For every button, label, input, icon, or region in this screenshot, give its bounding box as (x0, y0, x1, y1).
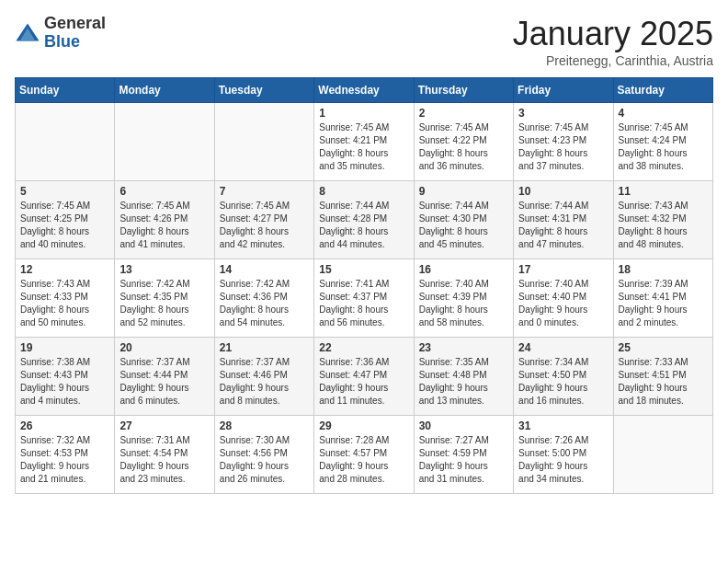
day-info: Sunrise: 7:39 AM Sunset: 4:41 PM Dayligh… (619, 278, 708, 329)
calendar-cell (16, 103, 115, 181)
calendar-cell: 13Sunrise: 7:42 AM Sunset: 4:35 PM Dayli… (115, 259, 214, 338)
day-number: 30 (419, 419, 508, 432)
weekday-header-saturday: Saturday (613, 78, 712, 103)
day-number: 21 (220, 341, 309, 354)
day-info: Sunrise: 7:45 AM Sunset: 4:22 PM Dayligh… (419, 121, 508, 173)
calendar-cell: 1Sunrise: 7:45 AM Sunset: 4:21 PM Daylig… (314, 103, 414, 181)
calendar-header: SundayMondayTuesdayWednesdayThursdayFrid… (16, 78, 713, 103)
logo-general-text: General (44, 15, 106, 33)
weekday-header-wednesday: Wednesday (314, 78, 414, 103)
day-number: 12 (20, 263, 109, 276)
calendar-cell: 10Sunrise: 7:44 AM Sunset: 4:31 PM Dayli… (514, 181, 613, 259)
day-number: 2 (419, 107, 508, 120)
day-number: 18 (619, 263, 708, 276)
calendar-cell: 11Sunrise: 7:43 AM Sunset: 4:32 PM Dayli… (613, 181, 712, 259)
day-info: Sunrise: 7:45 AM Sunset: 4:27 PM Dayligh… (220, 200, 309, 251)
day-info: Sunrise: 7:43 AM Sunset: 4:32 PM Dayligh… (619, 200, 708, 251)
day-info: Sunrise: 7:31 AM Sunset: 4:54 PM Dayligh… (119, 434, 209, 486)
calendar-cell: 12Sunrise: 7:43 AM Sunset: 4:33 PM Dayli… (16, 259, 115, 338)
calendar-cell: 21Sunrise: 7:37 AM Sunset: 4:46 PM Dayli… (214, 338, 313, 416)
weekday-header-sunday: Sunday (16, 78, 115, 103)
day-number: 25 (619, 341, 708, 354)
weekday-header-thursday: Thursday (414, 78, 513, 103)
day-number: 22 (319, 341, 408, 354)
day-info: Sunrise: 7:27 AM Sunset: 4:59 PM Dayligh… (419, 434, 508, 486)
day-number: 14 (220, 263, 309, 276)
day-info: Sunrise: 7:44 AM Sunset: 4:30 PM Dayligh… (419, 200, 508, 251)
day-info: Sunrise: 7:42 AM Sunset: 4:36 PM Dayligh… (220, 278, 309, 329)
day-info: Sunrise: 7:45 AM Sunset: 4:21 PM Dayligh… (319, 121, 408, 173)
calendar-week-4: 19Sunrise: 7:38 AM Sunset: 4:43 PM Dayli… (16, 338, 713, 416)
calendar-cell: 16Sunrise: 7:40 AM Sunset: 4:39 PM Dayli… (414, 259, 513, 338)
weekday-header-tuesday: Tuesday (214, 78, 313, 103)
day-info: Sunrise: 7:28 AM Sunset: 4:57 PM Dayligh… (319, 434, 408, 486)
calendar-cell: 31Sunrise: 7:26 AM Sunset: 5:00 PM Dayli… (514, 416, 613, 494)
day-number: 27 (119, 419, 209, 432)
day-info: Sunrise: 7:40 AM Sunset: 4:39 PM Dayligh… (419, 278, 508, 329)
weekday-header-friday: Friday (514, 78, 613, 103)
calendar-cell: 9Sunrise: 7:44 AM Sunset: 4:30 PM Daylig… (414, 181, 513, 259)
weekday-header-row: SundayMondayTuesdayWednesdayThursdayFrid… (16, 78, 713, 103)
logo-blue-text: Blue (44, 33, 106, 52)
day-number: 24 (518, 341, 608, 354)
day-info: Sunrise: 7:36 AM Sunset: 4:47 PM Dayligh… (319, 356, 408, 408)
day-number: 26 (20, 419, 109, 432)
calendar-cell (613, 416, 712, 494)
day-number: 15 (319, 263, 408, 276)
day-number: 11 (619, 185, 708, 198)
calendar-cell: 3Sunrise: 7:45 AM Sunset: 4:23 PM Daylig… (514, 103, 613, 181)
day-info: Sunrise: 7:43 AM Sunset: 4:33 PM Dayligh… (20, 278, 109, 329)
day-info: Sunrise: 7:32 AM Sunset: 4:53 PM Dayligh… (20, 434, 109, 486)
calendar-title: January 2025 (513, 15, 713, 53)
calendar-cell: 17Sunrise: 7:40 AM Sunset: 4:40 PM Dayli… (514, 259, 613, 338)
day-info: Sunrise: 7:42 AM Sunset: 4:35 PM Dayligh… (119, 278, 209, 329)
calendar-cell (214, 103, 313, 181)
calendar-cell: 7Sunrise: 7:45 AM Sunset: 4:27 PM Daylig… (214, 181, 313, 259)
day-info: Sunrise: 7:37 AM Sunset: 4:44 PM Dayligh… (119, 356, 209, 408)
calendar-cell: 24Sunrise: 7:34 AM Sunset: 4:50 PM Dayli… (514, 338, 613, 416)
calendar-cell: 23Sunrise: 7:35 AM Sunset: 4:48 PM Dayli… (414, 338, 513, 416)
day-number: 31 (518, 419, 608, 432)
day-info: Sunrise: 7:45 AM Sunset: 4:23 PM Dayligh… (518, 121, 608, 173)
calendar-cell: 27Sunrise: 7:31 AM Sunset: 4:54 PM Dayli… (115, 416, 214, 494)
calendar-cell: 30Sunrise: 7:27 AM Sunset: 4:59 PM Dayli… (414, 416, 513, 494)
day-info: Sunrise: 7:41 AM Sunset: 4:37 PM Dayligh… (319, 278, 408, 329)
page-header: General Blue January 2025 Preitenegg, Ca… (15, 15, 713, 68)
calendar-cell: 29Sunrise: 7:28 AM Sunset: 4:57 PM Dayli… (314, 416, 414, 494)
calendar-cell: 26Sunrise: 7:32 AM Sunset: 4:53 PM Dayli… (16, 416, 115, 494)
day-info: Sunrise: 7:45 AM Sunset: 4:25 PM Dayligh… (20, 200, 109, 251)
day-number: 28 (220, 419, 309, 432)
day-info: Sunrise: 7:40 AM Sunset: 4:40 PM Dayligh… (518, 278, 608, 329)
day-info: Sunrise: 7:38 AM Sunset: 4:43 PM Dayligh… (20, 356, 109, 408)
day-info: Sunrise: 7:33 AM Sunset: 4:51 PM Dayligh… (619, 356, 708, 408)
calendar-cell: 20Sunrise: 7:37 AM Sunset: 4:44 PM Dayli… (115, 338, 214, 416)
calendar-subtitle: Preitenegg, Carinthia, Austria (513, 53, 713, 68)
calendar-cell: 22Sunrise: 7:36 AM Sunset: 4:47 PM Dayli… (314, 338, 414, 416)
day-number: 17 (518, 263, 608, 276)
calendar-cell: 2Sunrise: 7:45 AM Sunset: 4:22 PM Daylig… (414, 103, 513, 181)
day-info: Sunrise: 7:35 AM Sunset: 4:48 PM Dayligh… (419, 356, 508, 408)
day-number: 5 (20, 185, 109, 198)
day-info: Sunrise: 7:26 AM Sunset: 5:00 PM Dayligh… (518, 434, 608, 486)
day-number: 7 (220, 185, 309, 198)
day-info: Sunrise: 7:34 AM Sunset: 4:50 PM Dayligh… (518, 356, 608, 408)
logo: General Blue (15, 15, 106, 52)
day-info: Sunrise: 7:45 AM Sunset: 4:26 PM Dayligh… (119, 200, 209, 251)
day-info: Sunrise: 7:44 AM Sunset: 4:31 PM Dayligh… (518, 200, 608, 251)
calendar-week-5: 26Sunrise: 7:32 AM Sunset: 4:53 PM Dayli… (16, 416, 713, 494)
weekday-header-monday: Monday (115, 78, 214, 103)
day-number: 20 (119, 341, 209, 354)
day-info: Sunrise: 7:44 AM Sunset: 4:28 PM Dayligh… (319, 200, 408, 251)
calendar-cell: 28Sunrise: 7:30 AM Sunset: 4:56 PM Dayli… (214, 416, 313, 494)
calendar-cell: 15Sunrise: 7:41 AM Sunset: 4:37 PM Dayli… (314, 259, 414, 338)
day-info: Sunrise: 7:30 AM Sunset: 4:56 PM Dayligh… (220, 434, 309, 486)
day-number: 1 (319, 107, 408, 120)
calendar-cell: 14Sunrise: 7:42 AM Sunset: 4:36 PM Dayli… (214, 259, 313, 338)
title-block: January 2025 Preitenegg, Carinthia, Aust… (513, 15, 713, 68)
calendar-week-2: 5Sunrise: 7:45 AM Sunset: 4:25 PM Daylig… (16, 181, 713, 259)
calendar-week-3: 12Sunrise: 7:43 AM Sunset: 4:33 PM Dayli… (16, 259, 713, 338)
calendar-cell: 4Sunrise: 7:45 AM Sunset: 4:24 PM Daylig… (613, 103, 712, 181)
calendar-cell: 5Sunrise: 7:45 AM Sunset: 4:25 PM Daylig… (16, 181, 115, 259)
calendar-cell: 8Sunrise: 7:44 AM Sunset: 4:28 PM Daylig… (314, 181, 414, 259)
calendar-week-1: 1Sunrise: 7:45 AM Sunset: 4:21 PM Daylig… (16, 103, 713, 181)
